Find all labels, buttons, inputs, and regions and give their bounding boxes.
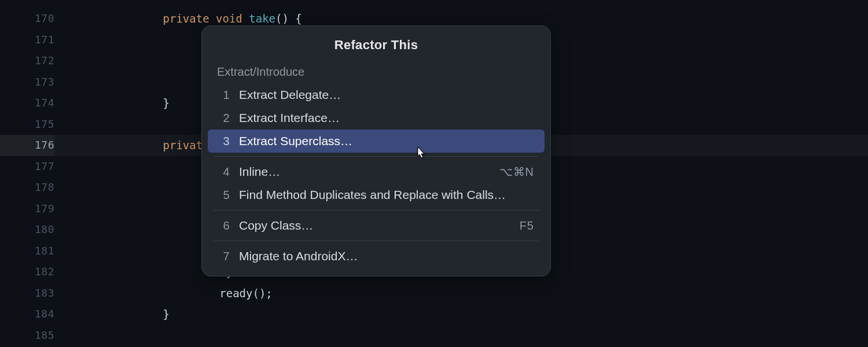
menu-item-extract-interface[interactable]: 2Extract Interface… [208,106,545,130]
menu-separator [214,241,539,241]
menu-item-inline[interactable]: 4Inline…⌥⌘N [208,160,545,183]
menu-item-find-method-duplicates-and-replace-with-calls[interactable]: 5Find Method Duplicates and Replace with… [208,183,545,206]
line-number: 181 [0,241,54,262]
line-number: 182 [0,261,54,283]
menu-item-number: 6 [218,219,234,232]
line-number: 185 [0,325,54,346]
menu-separator [214,156,539,157]
menu-item-label: Migrate to AndroidX… [239,249,534,263]
menu-item-extract-delegate[interactable]: 1Extract Delegate… [208,83,545,106]
line-number: 175 [0,114,54,135]
line-number: 184 [0,304,54,325]
menu-item-shortcut: F5 [520,219,534,232]
line-number-gutter: 1701711721731741751761771781791801811821… [0,8,74,347]
line-number: 177 [0,156,54,178]
line-number: 183 [0,283,54,304]
menu-item-label: Copy Class… [239,219,520,232]
menu-item-number: 2 [218,112,234,125]
menu-item-label: Inline… [239,165,499,179]
line-number: 172 [0,50,54,72]
code-line[interactable] [74,325,868,346]
popup-title: Refactor This [208,38,545,53]
line-number: 178 [0,177,54,198]
refactor-popup: Refactor This Extract/Introduce 1Extract… [201,25,551,276]
code-line[interactable]: ready(); [74,283,868,304]
menu-item-label: Find Method Duplicates and Replace with … [239,188,534,202]
menu-item-number: 5 [218,189,234,202]
line-number: 170 [0,8,54,29]
line-number: 173 [0,72,54,93]
line-number: 180 [0,219,54,241]
code-line[interactable]: } [74,304,868,325]
menu-item-label: Extract Interface… [239,111,534,125]
line-number: 179 [0,198,54,220]
menu-separator [214,210,539,211]
line-number: 174 [0,93,54,114]
menu-item-label: Extract Superclass… [239,134,534,148]
menu-item-number: 1 [218,88,234,102]
menu-item-number: 3 [218,135,234,148]
menu-item-number: 4 [218,165,234,179]
menu-item-copy-class[interactable]: 6Copy Class…F5 [208,214,545,237]
menu-item-migrate-to-androidx[interactable]: 7Migrate to AndroidX… [208,245,545,268]
menu-item-label: Extract Delegate… [239,88,534,102]
line-number: 176 [0,135,54,156]
line-number: 171 [0,29,54,51]
menu-item-extract-superclass[interactable]: 3Extract Superclass… [208,130,545,153]
popup-section-header: Extract/Introduce [208,63,545,83]
menu-item-shortcut: ⌥⌘N [499,165,534,179]
menu-item-number: 7 [218,250,234,263]
